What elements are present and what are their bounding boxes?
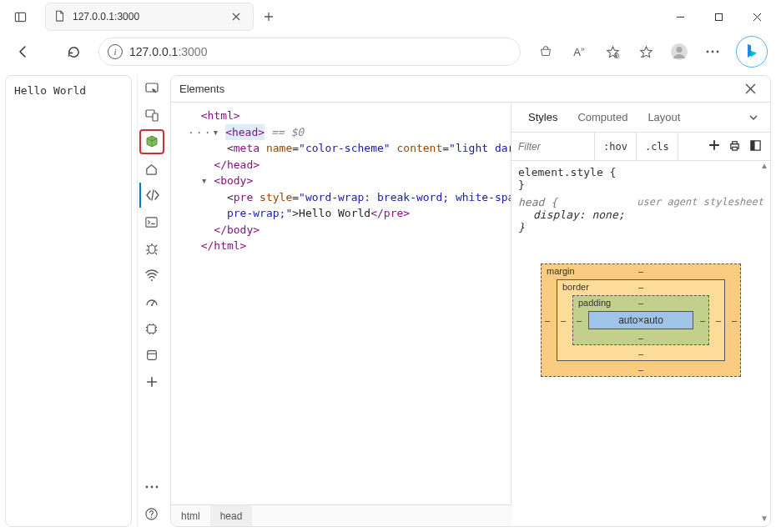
devtools-close-button[interactable] xyxy=(738,78,762,101)
application-icon[interactable] xyxy=(139,343,164,368)
svg-point-7 xyxy=(707,51,709,53)
scroll-down-icon[interactable]: ▼ xyxy=(760,514,768,523)
performance-icon[interactable] xyxy=(139,289,164,314)
hov-toggle[interactable]: :hov xyxy=(595,133,637,160)
svg-rect-29 xyxy=(751,140,755,149)
devtools-activity-bar xyxy=(137,75,165,527)
svg-rect-27 xyxy=(733,147,738,150)
styles-pane: Styles Computed Layout :hov .cls xyxy=(511,103,770,526)
svg-rect-12 xyxy=(153,113,158,121)
svg-rect-13 xyxy=(146,217,157,226)
browser-tab[interactable]: 127.0.0.1:3000 xyxy=(45,3,254,31)
scroll-up-icon[interactable]: ▲ xyxy=(760,161,768,170)
box-model: margin – – – – border – – – – xyxy=(541,263,741,377)
debug-icon[interactable] xyxy=(139,236,164,261)
expand-tabs-icon[interactable] xyxy=(743,111,763,123)
styles-tabs: Styles Computed Layout xyxy=(511,103,770,133)
svg-point-24 xyxy=(151,516,153,518)
tab-close-button[interactable] xyxy=(228,8,244,25)
back-button[interactable] xyxy=(8,38,38,65)
device-icon[interactable] xyxy=(139,103,164,128)
dom-tree[interactable]: <html> ···▾ <head> == $0 <meta name="col… xyxy=(171,103,511,504)
svg-rect-18 xyxy=(147,351,156,360)
console-icon[interactable] xyxy=(139,209,164,234)
shopping-icon[interactable] xyxy=(531,38,561,65)
rule-origin: user agent stylesheet xyxy=(637,196,763,208)
settings-menu-icon[interactable] xyxy=(139,474,164,499)
bing-button[interactable] xyxy=(736,36,768,68)
devtools-title: Elements xyxy=(179,83,224,95)
collections-icon[interactable] xyxy=(631,38,661,65)
network-icon[interactable] xyxy=(139,263,164,288)
breadcrumb-head[interactable]: head xyxy=(210,505,253,526)
svg-rect-25 xyxy=(731,143,738,148)
new-style-rule-icon[interactable] xyxy=(708,139,720,153)
page-content: Hello World xyxy=(5,75,132,527)
devtools-panel: Elements <html> ···▾ <head> == $0 <meta … xyxy=(170,75,771,527)
svg-point-8 xyxy=(712,51,714,53)
profile-icon[interactable] xyxy=(664,38,694,65)
more-tools-icon[interactable] xyxy=(139,369,164,394)
computed-toggle-icon[interactable] xyxy=(749,139,762,154)
toolbar: i 127.0.0.1:3000 A» xyxy=(0,33,776,70)
tab-layout[interactable]: Layout xyxy=(637,111,690,123)
refresh-button[interactable] xyxy=(58,38,88,65)
svg-point-14 xyxy=(149,245,155,253)
svg-rect-26 xyxy=(733,141,738,143)
memory-icon[interactable] xyxy=(139,316,164,341)
tab-actions-button[interactable] xyxy=(7,5,33,28)
svg-point-21 xyxy=(150,486,153,489)
svg-point-9 xyxy=(717,51,719,53)
svg-point-6 xyxy=(677,47,683,53)
head-selector[interactable]: head { xyxy=(518,196,557,208)
svg-rect-3 xyxy=(715,13,722,20)
tab-title: 127.0.0.1:3000 xyxy=(73,11,221,23)
tab-styles[interactable]: Styles xyxy=(518,111,567,123)
window-controls xyxy=(661,0,776,33)
svg-rect-0 xyxy=(15,13,25,21)
close-window-button[interactable] xyxy=(738,0,776,33)
tab-strip: 127.0.0.1:3000 xyxy=(45,3,661,31)
styles-toolbar: :hov .cls xyxy=(511,133,770,161)
svg-point-4 xyxy=(613,53,618,58)
svg-point-20 xyxy=(145,486,148,489)
menu-button[interactable] xyxy=(698,38,728,65)
url-text: 127.0.0.1:3000 xyxy=(129,45,511,58)
page-body-text: Hello World xyxy=(14,84,86,97)
elements-icon[interactable] xyxy=(139,183,164,208)
3d-view-icon[interactable] xyxy=(139,129,164,154)
minimize-button[interactable] xyxy=(661,0,699,33)
svg-rect-10 xyxy=(146,83,158,92)
svg-point-22 xyxy=(155,486,158,489)
svg-point-15 xyxy=(151,279,153,281)
svg-point-5 xyxy=(671,43,688,60)
maximize-button[interactable] xyxy=(699,0,738,33)
dom-breadcrumbs: html head xyxy=(171,504,511,526)
breadcrumb-html[interactable]: html xyxy=(171,505,210,526)
svg-rect-17 xyxy=(148,324,155,332)
page-icon xyxy=(54,10,66,24)
read-aloud-icon[interactable]: A» xyxy=(564,38,594,65)
print-icon[interactable] xyxy=(728,139,741,154)
titlebar: 127.0.0.1:3000 xyxy=(0,0,776,33)
svg-point-23 xyxy=(146,508,157,519)
style-rules: element.style { } head {user agent style… xyxy=(511,161,770,238)
box-model-content: auto×auto xyxy=(588,311,693,329)
welcome-icon[interactable] xyxy=(139,156,164,181)
address-bar[interactable]: i 127.0.0.1:3000 xyxy=(98,38,521,66)
tab-computed[interactable]: Computed xyxy=(567,111,637,123)
svg-rect-11 xyxy=(146,110,154,117)
svg-point-16 xyxy=(151,304,153,306)
site-info-icon[interactable]: i xyxy=(108,44,123,59)
cls-toggle[interactable]: .cls xyxy=(637,133,678,160)
help-icon[interactable] xyxy=(139,501,164,526)
element-style-selector[interactable]: element.style { xyxy=(518,166,616,178)
devtools-header: Elements xyxy=(171,76,770,103)
inspect-icon[interactable] xyxy=(139,76,164,101)
new-tab-button[interactable] xyxy=(260,8,277,25)
svg-rect-28 xyxy=(751,140,760,149)
styles-filter-input[interactable] xyxy=(511,133,595,160)
favorites-icon[interactable] xyxy=(597,38,627,65)
